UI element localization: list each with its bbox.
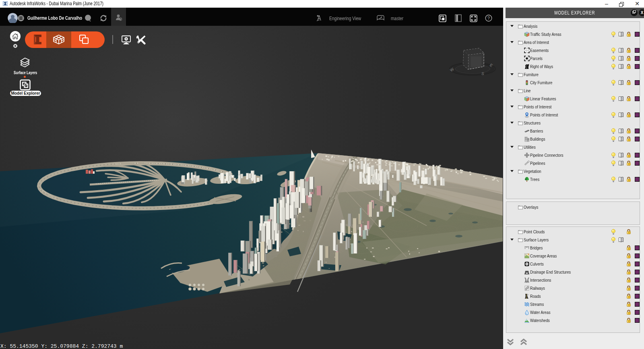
svg-text:S: S [481, 71, 485, 76]
svg-text:?: ? [487, 16, 490, 21]
